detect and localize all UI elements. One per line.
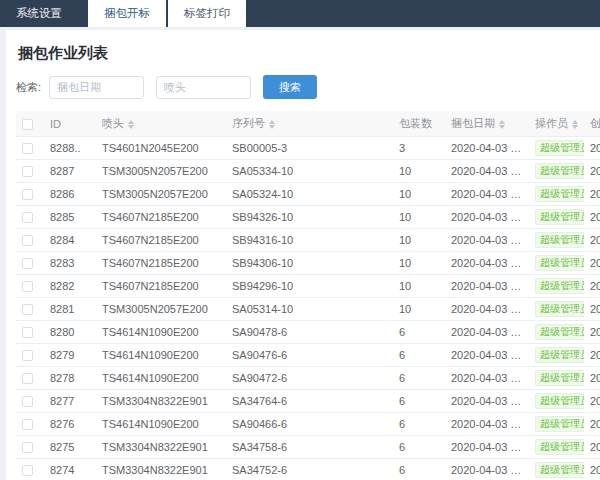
cell-count: 10 (393, 183, 445, 206)
cell-id: 8284 (44, 229, 96, 252)
row-checkbox[interactable] (22, 166, 33, 177)
sort-caret-icon[interactable] (499, 120, 505, 129)
column-header-count: 包装数 (393, 111, 445, 137)
table-row[interactable]: 8276 TS4614N1090E200 SA90466-6 6 2020-04… (16, 413, 600, 436)
cell-nozzle: TSM3005N2057E200 (96, 298, 226, 321)
cell-id: 8286 (44, 183, 96, 206)
cell-date: 2020-04-03 00:0... (445, 137, 529, 160)
cell-serial: SA90476-6 (226, 344, 393, 367)
cell-id: 8280 (44, 321, 96, 344)
column-header-created[interactable]: 创建时间 (584, 111, 600, 137)
row-checkbox[interactable] (22, 304, 33, 315)
cell-serial: SA05314-10 (226, 298, 393, 321)
row-checkbox[interactable] (22, 235, 33, 246)
table-row[interactable]: 8288.. TS4601N2045E200 SB00005-3 3 2020-… (16, 137, 600, 160)
cell-select (16, 252, 44, 275)
cell-operator: 超级管理员 (529, 436, 584, 459)
cell-operator: 超级管理员 (529, 367, 584, 390)
table-row[interactable]: 8277 TSM3304N8322E901 SA34764-6 6 2020-0… (16, 390, 600, 413)
cell-nozzle: TS4607N2185E200 (96, 206, 226, 229)
cell-id: 8276 (44, 413, 96, 436)
cell-date: 2020-04-03 00:0... (445, 344, 529, 367)
select-all-checkbox[interactable] (22, 119, 33, 130)
cell-date: 2020-04-03 00:0... (445, 275, 529, 298)
cell-select (16, 137, 44, 160)
column-header-date[interactable]: 捆包日期 (445, 111, 529, 137)
cell-operator: 超级管理员 (529, 137, 584, 160)
cell-serial: SA05324-10 (226, 183, 393, 206)
cell-id: 8278 (44, 367, 96, 390)
search-label: 检索: (16, 80, 41, 95)
cell-select (16, 344, 44, 367)
table-row[interactable]: 8280 TS4614N1090E200 SA90478-6 6 2020-04… (16, 321, 600, 344)
nozzle-input[interactable] (156, 76, 251, 99)
sort-caret-icon[interactable] (128, 120, 134, 129)
column-header-nozzle[interactable]: 喷头 (96, 111, 226, 137)
table-row[interactable]: 8287 TSM3005N2057E200 SA05334-10 10 2020… (16, 160, 600, 183)
row-checkbox[interactable] (22, 350, 33, 361)
cell-operator: 超级管理员 (529, 206, 584, 229)
cell-date: 2020-04-03 00:0... (445, 459, 529, 480)
cell-nozzle: TS4614N1090E200 (96, 367, 226, 390)
cell-select (16, 229, 44, 252)
cell-count: 10 (393, 252, 445, 275)
bundle-date-input[interactable] (49, 76, 144, 99)
cell-count: 6 (393, 321, 445, 344)
row-checkbox[interactable] (22, 465, 33, 476)
table-row[interactable]: 8281 TSM3005N2057E200 SA05314-10 10 2020… (16, 298, 600, 321)
table-row[interactable]: 8286 TSM3005N2057E200 SA05324-10 10 2020… (16, 183, 600, 206)
cell-date: 2020-04-03 00:0... (445, 183, 529, 206)
cell-id: 8277 (44, 390, 96, 413)
operator-tag: 超级管理员 (535, 186, 584, 202)
row-checkbox[interactable] (22, 143, 33, 154)
row-checkbox[interactable] (22, 442, 33, 453)
sort-caret-icon[interactable] (269, 120, 275, 129)
row-checkbox[interactable] (22, 212, 33, 223)
search-button[interactable]: 搜索 (263, 75, 317, 99)
row-checkbox[interactable] (22, 327, 33, 338)
cell-created: 2020-04-03 (584, 436, 600, 459)
cell-operator: 超级管理员 (529, 321, 584, 344)
row-checkbox[interactable] (22, 258, 33, 269)
table-row[interactable]: 8275 TSM3304N8322E901 SA34758-6 6 2020-0… (16, 436, 600, 459)
operator-tag: 超级管理员 (535, 209, 584, 225)
table-row[interactable]: 8282 TS4607N2185E200 SB94296-10 10 2020-… (16, 275, 600, 298)
cell-operator: 超级管理员 (529, 390, 584, 413)
table-header-row: ID 喷头 序列号 包装数 捆包日期 操作员 创建时间 (16, 111, 600, 137)
tab-system-settings[interactable]: 系统设置 (0, 0, 78, 27)
column-header-id: ID (44, 111, 96, 137)
row-checkbox[interactable] (22, 189, 33, 200)
cell-id: 8282 (44, 275, 96, 298)
cell-created: 2020-04-03 (584, 390, 600, 413)
cell-select (16, 413, 44, 436)
column-header-created-label: 创建时间 (590, 117, 600, 129)
column-header-select (16, 111, 44, 137)
operator-tag: 超级管理员 (535, 462, 584, 478)
column-header-operator[interactable]: 操作员 (529, 111, 584, 137)
operator-tag: 超级管理员 (535, 393, 584, 409)
cell-created: 2020-04-03 (584, 321, 600, 344)
cell-serial: SA34752-6 (226, 459, 393, 480)
cell-created: 2020-04-03 (584, 413, 600, 436)
table-row[interactable]: 8284 TS4607N2185E200 SB94316-10 10 2020-… (16, 229, 600, 252)
cell-date: 2020-04-03 00:0... (445, 229, 529, 252)
tab-label-printing[interactable]: 标签打印 (168, 0, 246, 27)
row-checkbox[interactable] (22, 396, 33, 407)
row-checkbox[interactable] (22, 373, 33, 384)
row-checkbox[interactable] (22, 419, 33, 430)
row-checkbox[interactable] (22, 281, 33, 292)
operator-tag: 超级管理员 (535, 347, 584, 363)
cell-serial: SA90466-6 (226, 413, 393, 436)
cell-nozzle: TS4601N2045E200 (96, 137, 226, 160)
cell-nozzle: TS4614N1090E200 (96, 321, 226, 344)
tab-bundle-marking[interactable]: 捆包开标 (88, 0, 166, 27)
table-row[interactable]: 8283 TS4607N2185E200 SB94306-10 10 2020-… (16, 252, 600, 275)
table-row[interactable]: 8278 TS4614N1090E200 SA90472-6 6 2020-04… (16, 367, 600, 390)
table-row[interactable]: 8285 TS4607N2185E200 SB94326-10 10 2020-… (16, 206, 600, 229)
table-row[interactable]: 8274 TSM3304N8322E901 SA34752-6 6 2020-0… (16, 459, 600, 480)
cell-select (16, 206, 44, 229)
cell-serial: SB94306-10 (226, 252, 393, 275)
sort-caret-icon[interactable] (572, 120, 578, 129)
table-row[interactable]: 8279 TS4614N1090E200 SA90476-6 6 2020-04… (16, 344, 600, 367)
column-header-serial[interactable]: 序列号 (226, 111, 393, 137)
